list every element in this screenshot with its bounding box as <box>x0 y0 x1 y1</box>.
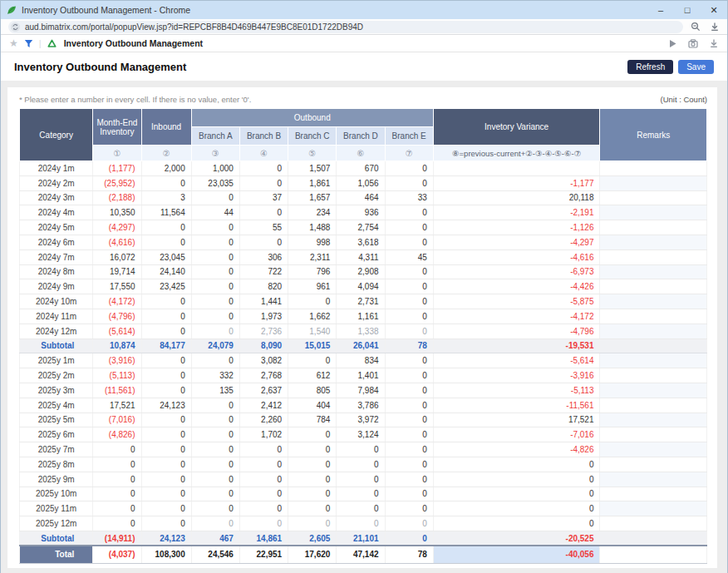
value-cell[interactable]: 670 <box>337 161 385 176</box>
value-cell[interactable]: 0 <box>288 487 337 501</box>
maximize-button[interactable]: □ <box>674 1 701 19</box>
remarks-cell[interactable] <box>600 161 707 176</box>
address-input[interactable]: aud.bimatrix.com/portal/popupView.jsp?id… <box>8 21 683 33</box>
value-cell[interactable]: 0 <box>141 309 191 324</box>
remarks-cell[interactable] <box>600 353 707 368</box>
value-cell[interactable]: 0 <box>239 487 288 501</box>
save-button[interactable]: Save <box>678 60 714 74</box>
value-cell[interactable]: (4,796) <box>93 309 141 324</box>
value-cell[interactable]: 2,637 <box>239 383 288 398</box>
value-cell[interactable]: 3 <box>141 190 191 205</box>
value-cell[interactable]: 0 <box>239 205 288 220</box>
value-cell[interactable]: 0 <box>191 235 239 249</box>
remarks-cell[interactable] <box>600 501 707 516</box>
remarks-cell[interactable] <box>600 175 707 190</box>
value-cell[interactable]: 998 <box>288 235 337 249</box>
value-cell[interactable]: 0 <box>191 309 239 324</box>
value-cell[interactable]: 0 <box>141 427 191 442</box>
remarks-cell[interactable] <box>600 235 707 249</box>
value-cell[interactable]: 0 <box>239 472 288 487</box>
value-cell[interactable]: 1,861 <box>288 175 337 190</box>
value-cell[interactable]: 0 <box>385 324 433 338</box>
value-cell[interactable]: 784 <box>288 412 337 427</box>
value-cell[interactable]: 834 <box>337 353 385 368</box>
value-cell[interactable]: 0 <box>93 472 141 487</box>
refresh-button[interactable]: Refresh <box>627 60 673 74</box>
value-cell[interactable]: 55 <box>239 220 288 235</box>
value-cell[interactable]: 0 <box>385 309 433 324</box>
value-cell[interactable]: 3,786 <box>337 398 385 412</box>
value-cell[interactable]: 1,401 <box>337 368 385 383</box>
value-cell[interactable]: 796 <box>288 264 337 279</box>
value-cell[interactable]: 17,550 <box>93 279 141 294</box>
value-cell[interactable]: 0 <box>191 412 239 427</box>
value-cell[interactable]: (4,297) <box>93 220 141 235</box>
value-cell[interactable]: 0 <box>141 175 191 190</box>
value-cell[interactable]: 44 <box>191 205 239 220</box>
value-cell[interactable]: 0 <box>385 427 433 442</box>
remarks-cell[interactable] <box>600 279 707 294</box>
export-icon[interactable] <box>709 38 719 48</box>
value-cell[interactable]: (4,172) <box>93 294 141 309</box>
snapshot-icon[interactable] <box>688 39 698 48</box>
value-cell[interactable]: 0 <box>191 501 239 516</box>
zoom-icon[interactable] <box>691 22 701 32</box>
value-cell[interactable]: 0 <box>385 368 433 383</box>
value-cell[interactable]: 0 <box>93 501 141 516</box>
value-cell[interactable]: 4,311 <box>337 249 385 264</box>
value-cell[interactable]: 961 <box>288 279 337 294</box>
value-cell[interactable]: 0 <box>191 190 239 205</box>
value-cell[interactable]: 0 <box>141 353 191 368</box>
value-cell[interactable]: 1,441 <box>239 294 288 309</box>
remarks-cell[interactable] <box>600 412 707 427</box>
value-cell[interactable]: 0 <box>191 294 239 309</box>
value-cell[interactable]: 3,124 <box>337 427 385 442</box>
value-cell[interactable]: 722 <box>239 264 288 279</box>
remarks-cell[interactable] <box>600 249 707 264</box>
remarks-cell[interactable] <box>600 220 707 235</box>
value-cell[interactable]: (3,916) <box>93 353 141 368</box>
value-cell[interactable]: 0 <box>191 427 239 442</box>
value-cell[interactable]: 0 <box>288 501 337 516</box>
value-cell[interactable]: 2,768 <box>239 368 288 383</box>
value-cell[interactable]: 0 <box>385 235 433 249</box>
value-cell[interactable]: 23,425 <box>141 279 191 294</box>
value-cell[interactable]: 37 <box>239 190 288 205</box>
value-cell[interactable]: 234 <box>288 205 337 220</box>
value-cell[interactable]: 0 <box>288 294 337 309</box>
remarks-cell[interactable] <box>600 398 707 412</box>
remarks-cell[interactable] <box>600 383 707 398</box>
site-info-icon[interactable] <box>11 22 20 32</box>
value-cell[interactable]: 0 <box>141 487 191 501</box>
value-cell[interactable]: 0 <box>288 427 337 442</box>
value-cell[interactable]: (1,177) <box>93 161 141 176</box>
value-cell[interactable]: (4,616) <box>93 235 141 249</box>
value-cell[interactable]: 820 <box>239 279 288 294</box>
value-cell[interactable]: 0 <box>288 353 337 368</box>
value-cell[interactable]: (11,561) <box>93 383 141 398</box>
value-cell[interactable]: 24,123 <box>141 398 191 412</box>
value-cell[interactable]: 2,908 <box>337 264 385 279</box>
value-cell[interactable]: (25,952) <box>93 175 141 190</box>
value-cell[interactable]: 0 <box>239 442 288 457</box>
download-icon[interactable] <box>710 22 720 32</box>
remarks-cell[interactable] <box>600 205 707 220</box>
value-cell[interactable]: 0 <box>385 353 433 368</box>
value-cell[interactable]: 4,094 <box>337 279 385 294</box>
value-cell[interactable]: 0 <box>337 501 385 516</box>
remarks-cell[interactable] <box>600 427 707 442</box>
value-cell[interactable]: 16,072 <box>93 249 141 264</box>
value-cell[interactable]: 464 <box>337 190 385 205</box>
value-cell[interactable]: 0 <box>239 161 288 176</box>
value-cell[interactable]: 0 <box>337 516 385 531</box>
value-cell[interactable]: 0 <box>141 324 191 338</box>
value-cell[interactable]: 0 <box>141 442 191 457</box>
value-cell[interactable]: 1,702 <box>239 427 288 442</box>
value-cell[interactable]: 0 <box>191 279 239 294</box>
value-cell[interactable]: 0 <box>288 516 337 531</box>
value-cell[interactable]: 805 <box>288 383 337 398</box>
value-cell[interactable]: 2,736 <box>239 324 288 338</box>
remarks-cell[interactable] <box>600 442 707 457</box>
value-cell[interactable]: 1,056 <box>337 175 385 190</box>
value-cell[interactable]: 2,000 <box>141 161 191 176</box>
